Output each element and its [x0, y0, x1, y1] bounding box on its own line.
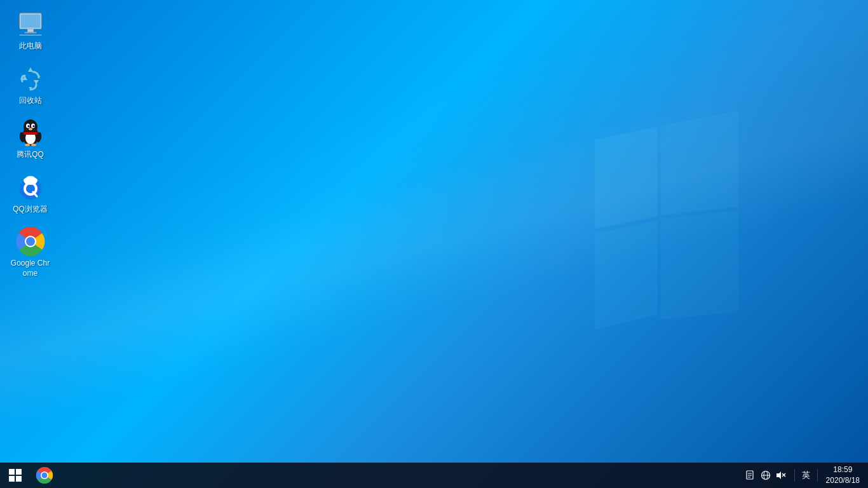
desktop-icon-this-pc[interactable]: 此电脑 [6, 6, 54, 55]
svg-point-15 [32, 125, 34, 127]
svg-marker-2 [595, 221, 657, 329]
svg-point-14 [27, 125, 29, 127]
desktop-icon-qq-browser[interactable]: QQ浏览器 [6, 170, 54, 218]
chrome-desktop-icon [16, 227, 45, 256]
this-pc-icon [16, 10, 45, 39]
windows-logo-watermark [576, 89, 741, 356]
desktop: 此电脑 回收站 [0, 0, 868, 488]
svg-point-32 [26, 237, 35, 246]
taskbar-chrome[interactable] [31, 463, 58, 488]
tray-icons [740, 469, 791, 482]
clock-date: 2020/8/18 [826, 475, 860, 486]
qq-label: 腾讯QQ [17, 150, 44, 160]
svg-point-29 [24, 179, 37, 185]
taskbar-clock[interactable]: 18:59 2020/8/18 [821, 463, 865, 488]
taskbar: 英 18:59 2020/8/18 [0, 463, 868, 488]
chrome-label: Google Chrome [10, 259, 51, 278]
recycle-bin-icon [16, 64, 45, 93]
taskbar-tray: 英 18:59 2020/8/18 [740, 463, 868, 488]
svg-rect-34 [16, 469, 22, 475]
svg-rect-35 [9, 476, 15, 482]
svg-marker-0 [595, 127, 657, 229]
qq-browser-label: QQ浏览器 [13, 205, 48, 215]
desktop-icon-recycle-bin[interactable]: 回收站 [6, 61, 54, 109]
svg-marker-47 [776, 471, 781, 479]
recycle-bin-label: 回收站 [19, 96, 42, 106]
svg-rect-33 [9, 469, 15, 475]
svg-point-39 [42, 473, 48, 478]
svg-rect-7 [24, 32, 36, 33]
qq-icon [16, 118, 45, 147]
svg-point-17 [25, 144, 30, 146]
svg-rect-19 [23, 132, 38, 135]
language-indicator[interactable]: 英 [798, 470, 814, 481]
qq-browser-icon [16, 173, 45, 202]
start-button[interactable] [0, 463, 31, 488]
clock-time: 18:59 [833, 464, 852, 475]
desktop-icons-container: 此电脑 回收站 [6, 6, 54, 282]
svg-point-18 [31, 144, 36, 146]
tray-volume-icon[interactable] [775, 469, 787, 482]
svg-rect-6 [27, 29, 34, 32]
this-pc-label: 此电脑 [19, 41, 42, 51]
svg-marker-1 [661, 111, 738, 215]
desktop-icon-qq[interactable]: 腾讯QQ [6, 115, 54, 163]
taskbar-pinned-apps [31, 463, 58, 488]
svg-marker-3 [661, 211, 738, 319]
desktop-icon-chrome[interactable]: Google Chrome [6, 224, 54, 281]
svg-rect-5 [20, 15, 40, 28]
tray-separator [794, 469, 795, 482]
svg-rect-36 [16, 476, 22, 482]
tray-file-icon[interactable] [744, 469, 757, 482]
tray-separator-2 [817, 469, 818, 482]
tray-network-icon[interactable] [759, 469, 772, 482]
svg-point-16 [29, 128, 32, 130]
